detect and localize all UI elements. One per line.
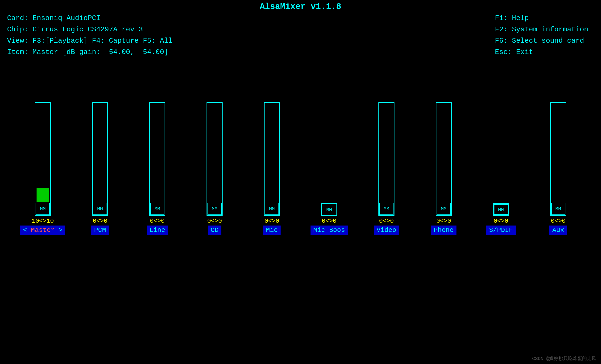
volume-mic: 0<>0 — [265, 218, 279, 225]
fader-track-video: MM — [378, 102, 394, 216]
item-info: Item: Master [dB gain: -54.00, -54.00] — [7, 46, 173, 58]
fader-track-cd: MM — [207, 102, 223, 216]
fader-handle-mic-boost[interactable]: MM — [322, 204, 336, 215]
title-bar: AlsaMixer v1.1.8 — [0, 0, 601, 12]
info-right: F1: Help F2: System information F6: Sele… — [495, 12, 594, 58]
fader-handle-master[interactable]: MM — [36, 203, 50, 215]
key-f1[interactable]: F1: Help — [495, 12, 594, 24]
fader-handle-aux[interactable]: MM — [551, 203, 565, 215]
channel-name-master[interactable]: < Master > — [20, 225, 65, 235]
volume-line: 0<>0 — [150, 218, 165, 225]
fader-handle-pcm[interactable]: MM — [93, 203, 107, 215]
volume-video: 0<>0 — [379, 218, 394, 225]
channel-cd[interactable]: MM 0<>0 CD — [186, 70, 243, 235]
volume-phone: 0<>0 — [436, 218, 451, 225]
view-info: View: F3:[Playback] F4: Capture F5: All — [7, 35, 173, 46]
channel-mic[interactable]: MM 0<>0 Mic — [243, 70, 300, 235]
fader-handle-line[interactable]: MM — [150, 203, 164, 215]
channel-phone[interactable]: MM 0<>0 Phone — [415, 70, 472, 235]
channel-name-cd[interactable]: CD — [208, 225, 221, 235]
fader-handle-spdif[interactable]: MM — [494, 204, 508, 215]
fader-track-aux: MM — [550, 102, 566, 216]
mic-boost-track: MM — [321, 203, 337, 216]
volume-cd: 0<>0 — [207, 218, 222, 225]
key-f2[interactable]: F2: System information — [495, 24, 594, 35]
fader-track-master: MM — [35, 102, 51, 216]
channel-spdif[interactable]: MM 0<>0 S/PDIF — [472, 70, 530, 235]
channel-line[interactable]: MM 0<>0 Line — [129, 70, 186, 235]
channel-pcm[interactable]: MM 0<>0 PCM — [71, 70, 129, 235]
volume-aux: 0<>0 — [551, 218, 565, 225]
channel-name-pcm[interactable]: PCM — [91, 225, 109, 235]
fader-track-mic: MM — [264, 102, 280, 216]
info-left: Card: Ensoniq AudioPCI Chip: Cirrus Logi… — [7, 12, 173, 58]
chip-info: Chip: Cirrus Logic CS4297A rev 3 — [7, 24, 173, 35]
volume-mic-boost: 0<>0 — [322, 218, 336, 225]
channel-name-video[interactable]: Video — [374, 225, 399, 235]
mixer-area: MM 10<>10 < Master > MM 0<>0 PCM MM 0< — [0, 65, 601, 235]
fader-track-pcm: MM — [92, 102, 108, 216]
channel-name-mic[interactable]: Mic — [263, 225, 280, 235]
channel-name-mic-boost[interactable]: Mic Boos — [311, 225, 348, 235]
channel-mic-boost[interactable]: MM 0<>0 Mic Boos — [300, 70, 358, 235]
channel-master[interactable]: MM 10<>10 < Master > — [14, 70, 71, 235]
fader-handle-cd[interactable]: MM — [208, 203, 222, 215]
watermark: CSDN @媒婷秒只吃炸蛋的走风 — [532, 355, 596, 362]
channel-aux[interactable]: MM 0<>0 Aux — [530, 70, 587, 235]
channel-name-line[interactable]: Line — [147, 225, 168, 235]
key-esc[interactable]: Esc: Exit — [495, 46, 594, 58]
fader-handle-mic[interactable]: MM — [265, 203, 279, 215]
volume-master: 10<>10 — [32, 218, 54, 225]
fader-track-phone: MM — [436, 102, 452, 216]
channel-name-spdif[interactable]: S/PDIF — [486, 225, 516, 235]
volume-pcm: 0<>0 — [93, 218, 107, 225]
volume-spdif: 0<>0 — [493, 218, 508, 225]
app-title: AlsaMixer v1.1.8 — [260, 2, 341, 11]
card-info: Card: Ensoniq AudioPCI — [7, 12, 173, 24]
fader-handle-phone[interactable]: MM — [437, 203, 451, 215]
fader-track-line: MM — [149, 102, 165, 216]
channel-name-aux[interactable]: Aux — [549, 225, 567, 235]
channel-name-phone[interactable]: Phone — [431, 225, 456, 235]
fader-handle-video[interactable]: MM — [379, 203, 393, 215]
channel-video[interactable]: MM 0<>0 Video — [358, 70, 415, 235]
key-f6[interactable]: F6: Select sound card — [495, 35, 594, 46]
